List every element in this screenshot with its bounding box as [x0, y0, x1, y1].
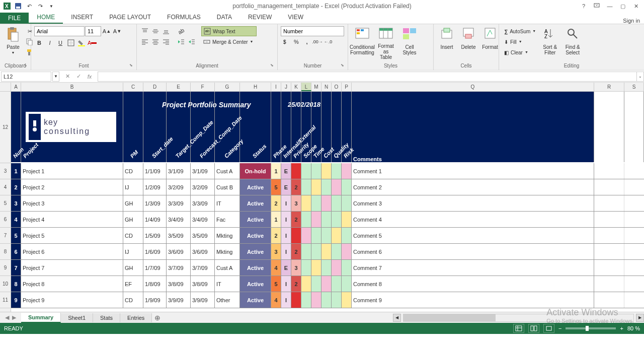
- col-header[interactable]: N: [321, 83, 332, 91]
- cell-category[interactable]: Cust A: [215, 163, 240, 179]
- cell-quality[interactable]: [332, 244, 342, 259]
- tab-data[interactable]: DATA: [209, 12, 240, 24]
- align-bottom-button[interactable]: [161, 26, 171, 36]
- insert-cells-button[interactable]: Insert: [437, 26, 457, 59]
- sort-filter-button[interactable]: AZSort & Filter: [539, 26, 560, 59]
- cell-cost[interactable]: [321, 260, 332, 276]
- sign-in[interactable]: Sign in: [623, 18, 640, 24]
- col-header[interactable]: F: [191, 83, 215, 91]
- cell-num[interactable]: 5: [11, 228, 21, 243]
- cell-num[interactable]: 4: [11, 212, 21, 227]
- paste-button[interactable]: Paste ▼: [3, 26, 23, 59]
- cell-priority[interactable]: [291, 163, 301, 179]
- cell-priority[interactable]: 3: [291, 195, 301, 211]
- page-layout-view-icon[interactable]: [528, 324, 539, 333]
- cell-risk[interactable]: [342, 260, 352, 276]
- cell-scope[interactable]: [301, 276, 311, 292]
- excel-icon[interactable]: X: [2, 1, 12, 11]
- cell-time[interactable]: [311, 179, 321, 195]
- col-header[interactable]: P: [342, 83, 352, 91]
- align-top-button[interactable]: [140, 26, 150, 36]
- cell-ie[interactable]: I: [281, 195, 291, 211]
- enter-formula-icon[interactable]: ✓: [73, 72, 84, 82]
- cell-project[interactable]: Project 2: [21, 179, 123, 195]
- percent-format-button[interactable]: %: [291, 37, 301, 47]
- zoom-level[interactable]: 80 %: [627, 325, 640, 331]
- decrease-decimal-button[interactable]: ←.0: [323, 37, 333, 47]
- align-left-button[interactable]: [140, 37, 150, 47]
- cell-risk[interactable]: [342, 212, 352, 227]
- save-icon[interactable]: [13, 1, 23, 11]
- cell-cost[interactable]: [321, 276, 332, 292]
- increase-font-button[interactable]: A▲: [102, 26, 112, 36]
- cell-time[interactable]: [311, 244, 321, 259]
- cell-num[interactable]: 3: [11, 195, 21, 211]
- table-row[interactable]: 3 Project 3 GH 1/3/09 3/3/09 3/3/09 IT A…: [11, 195, 644, 212]
- cell-project[interactable]: Project 8: [21, 276, 123, 292]
- cell-ie[interactable]: I: [281, 228, 291, 243]
- cell-category[interactable]: Other: [215, 292, 240, 308]
- format-cells-button[interactable]: Format: [480, 26, 500, 59]
- cell-num[interactable]: 9: [11, 292, 21, 308]
- italic-button[interactable]: I: [45, 38, 55, 48]
- borders-button[interactable]: [66, 38, 76, 48]
- wrap-text-button[interactable]: abWrap Text: [201, 26, 257, 36]
- zoom-thumb[interactable]: [586, 326, 589, 331]
- cell-priority[interactable]: 2: [291, 212, 301, 227]
- cell-comment[interactable]: Comment 9: [352, 292, 594, 308]
- alignment-launcher-icon[interactable]: ⬊: [270, 63, 276, 69]
- cell-pm[interactable]: IJ: [123, 179, 143, 195]
- cell-target[interactable]: 3/6/09: [167, 244, 191, 259]
- cell-priority[interactable]: [291, 292, 301, 308]
- merge-center-button[interactable]: ↔Merge & Center▼: [201, 37, 257, 47]
- cell-cost[interactable]: [321, 195, 332, 211]
- cell-project[interactable]: Project 5: [21, 228, 123, 243]
- cell-scope[interactable]: [301, 260, 311, 276]
- cell-forecast[interactable]: 3/4/09: [191, 212, 215, 227]
- cell-quality[interactable]: [332, 228, 342, 243]
- col-header[interactable]: S: [624, 83, 644, 91]
- cell-risk[interactable]: [342, 228, 352, 243]
- cell-styles-button[interactable]: Cell Styles: [398, 26, 421, 59]
- cell-project[interactable]: Project 3: [21, 195, 123, 211]
- cell-status[interactable]: Active: [240, 292, 271, 308]
- cell-target[interactable]: 3/7/09: [167, 260, 191, 276]
- table-row[interactable]: 8 Project 8 EF 1/8/09 3/8/09 3/8/09 IT A…: [11, 276, 644, 292]
- cell-target[interactable]: 3/5/09: [167, 228, 191, 243]
- cell-time[interactable]: [311, 195, 321, 211]
- increase-indent-button[interactable]: [187, 37, 197, 47]
- cell-time[interactable]: [311, 260, 321, 276]
- fill-button[interactable]: ⬇Fill▼: [502, 37, 538, 47]
- hscroll-left-icon[interactable]: ◀: [393, 314, 401, 322]
- tab-view[interactable]: VIEW: [280, 12, 311, 24]
- cell-time[interactable]: [311, 163, 321, 179]
- cell-risk[interactable]: [342, 276, 352, 292]
- cell-pm[interactable]: GH: [123, 212, 143, 227]
- cell-cost[interactable]: [321, 212, 332, 227]
- row-header[interactable]: 11: [0, 292, 11, 308]
- add-sheet-button[interactable]: ⊕: [152, 314, 163, 322]
- col-header[interactable]: E: [167, 83, 191, 91]
- cell-scope[interactable]: [301, 195, 311, 211]
- row-header[interactable]: 7: [0, 228, 11, 244]
- cell-target[interactable]: 3/2/09: [167, 179, 191, 195]
- cell-target[interactable]: 3/9/09: [167, 292, 191, 308]
- cell-num[interactable]: 7: [11, 260, 21, 276]
- cell-start[interactable]: 1/8/09: [143, 276, 167, 292]
- cell-quality[interactable]: [332, 163, 342, 179]
- cell-pm[interactable]: IJ: [123, 244, 143, 259]
- col-header[interactable]: L: [301, 83, 311, 91]
- maximize-icon[interactable]: ▢: [617, 1, 629, 11]
- orientation-button[interactable]: ab: [176, 26, 186, 36]
- zoom-in-icon[interactable]: +: [620, 325, 623, 331]
- row-header[interactable]: 10: [0, 276, 11, 292]
- cell-scope[interactable]: [301, 244, 311, 259]
- sheet-nav-prev-icon[interactable]: ◀: [5, 314, 9, 321]
- cell-quality[interactable]: [332, 292, 342, 308]
- cell-phase[interactable]: 5: [271, 276, 281, 292]
- row-header[interactable]: 8: [0, 244, 11, 260]
- cell-quality[interactable]: [332, 276, 342, 292]
- cell-num[interactable]: 8: [11, 276, 21, 292]
- cell-forecast[interactable]: 3/8/09: [191, 276, 215, 292]
- qat-customize-icon[interactable]: ▼: [46, 1, 56, 11]
